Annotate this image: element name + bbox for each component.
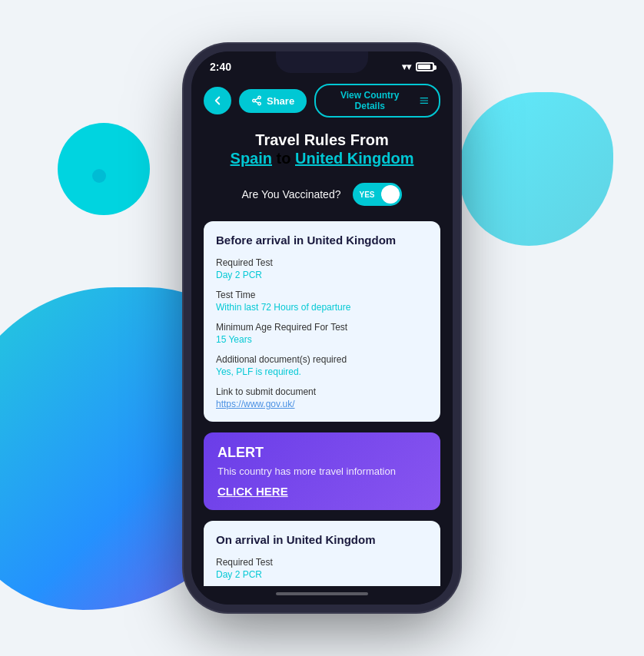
phone: 2:40 ▾▾ xyxy=(191,51,453,605)
alert-cta[interactable]: CLICK HERE xyxy=(217,485,427,498)
title-countries: Spain to United Kingdom xyxy=(204,150,440,167)
to-text: to xyxy=(277,150,295,167)
row-label: Required Test xyxy=(216,257,428,268)
vaccinated-row: Are You Vaccinated? YES xyxy=(204,183,440,206)
row-value: Day 2 PCR xyxy=(216,270,428,280)
to-country-link[interactable]: United Kingdom xyxy=(295,150,413,167)
list-icon xyxy=(419,95,430,106)
row-label: Minimum Age Required For Test xyxy=(216,322,428,333)
table-row: Required Test Day 2 PCR xyxy=(216,257,428,280)
view-details-label: View Country Details xyxy=(325,90,414,111)
back-icon xyxy=(211,94,224,108)
alert-subtitle: This country has more travel information xyxy=(217,465,427,477)
on-arrival-card: On arrival in United Kingdom Required Te… xyxy=(204,521,440,586)
svg-line-3 xyxy=(255,101,258,103)
share-button[interactable]: Share xyxy=(239,89,307,113)
background-blob-small xyxy=(58,123,150,215)
status-time: 2:40 xyxy=(210,61,231,73)
row-label: Link to submit document xyxy=(216,386,428,397)
before-arrival-card: Before arrival in United Kingdom Require… xyxy=(204,221,440,422)
toggle-thumb xyxy=(381,185,400,204)
status-right: ▾▾ xyxy=(402,61,434,72)
home-indicator xyxy=(276,592,368,595)
row-value: 15 Years xyxy=(216,334,428,345)
row-label: Additional document(s) required xyxy=(216,354,428,365)
svg-point-1 xyxy=(253,99,256,102)
svg-point-2 xyxy=(258,102,261,105)
before-arrival-title: Before arrival in United Kingdom xyxy=(216,234,428,247)
table-row: Additional document(s) required Yes, PLF… xyxy=(216,354,428,377)
back-button[interactable] xyxy=(204,87,231,114)
row-label: Test Time xyxy=(216,290,428,300)
from-country-link[interactable]: Spain xyxy=(231,150,272,167)
share-icon xyxy=(251,95,262,106)
svg-line-4 xyxy=(255,98,258,100)
row-value: Within last 72 Hours of departure xyxy=(216,302,428,313)
row-label: Required Test xyxy=(216,557,428,568)
phone-wrapper: 2:40 ▾▾ xyxy=(191,51,453,605)
vaccinated-label: Are You Vaccinated? xyxy=(242,188,341,200)
alert-title: ALERT xyxy=(217,445,427,461)
on-arrival-title: On arrival in United Kingdom xyxy=(216,533,428,546)
battery-icon xyxy=(416,62,434,71)
table-row: Link to submit document https://www.gov.… xyxy=(216,386,428,409)
svg-point-0 xyxy=(258,96,261,99)
vaccinated-toggle[interactable]: YES xyxy=(353,183,402,206)
share-label: Share xyxy=(267,95,294,107)
phone-notch xyxy=(276,51,368,73)
alert-card[interactable]: ALERT This country has more travel infor… xyxy=(204,432,440,510)
wifi-icon: ▾▾ xyxy=(402,61,411,72)
table-row: Minimum Age Required For Test 15 Years xyxy=(216,322,428,345)
screen-content: Travel Rules From Spain to United Kingdo… xyxy=(191,127,453,586)
row-value: Day 2 PCR xyxy=(216,569,428,580)
table-row: Test Time Within last 72 Hours of depart… xyxy=(216,290,428,313)
background-blob-right xyxy=(460,92,613,246)
battery-fill xyxy=(418,65,430,69)
table-row: Required Test Day 2 PCR xyxy=(216,557,428,580)
title-section: Travel Rules From Spain to United Kingdo… xyxy=(204,127,440,167)
background-dot xyxy=(92,169,106,183)
view-details-button[interactable]: View Country Details xyxy=(314,84,440,118)
title-line1: Travel Rules From xyxy=(204,130,440,150)
toggle-text: YES xyxy=(359,191,374,199)
submit-link[interactable]: https://www.gov.uk/ xyxy=(216,399,428,409)
row-value: Yes, PLF is required. xyxy=(216,366,428,377)
phone-screen: 2:40 ▾▾ xyxy=(191,51,453,605)
nav-bar: Share View Country Details xyxy=(191,78,453,127)
